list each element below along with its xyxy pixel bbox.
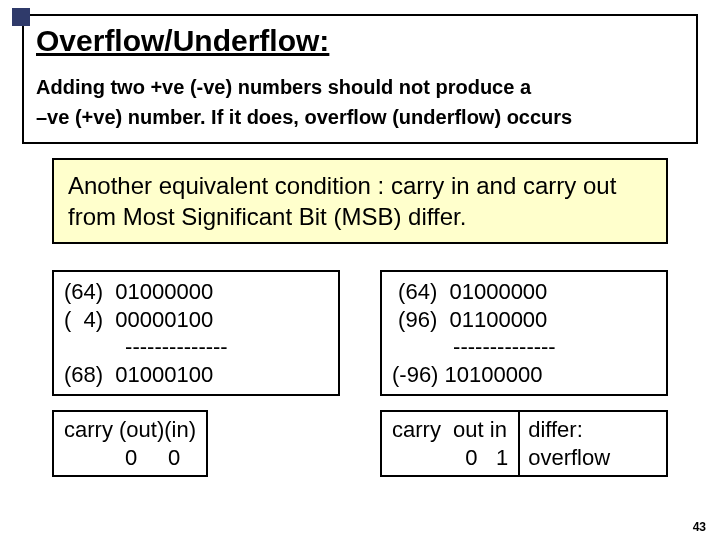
calc-box-left: (64) 01000000 ( 4) 00000100 ------------… (52, 270, 340, 396)
subtitle-line-2: –ve (+ve) number. If it does, overflow (… (36, 102, 684, 132)
examples-row: (64) 01000000 ( 4) 00000100 ------------… (22, 270, 698, 477)
header-box: Overflow/Underflow: Adding two +ve (-ve)… (22, 14, 698, 144)
carry-box-left: carry (out)(in) 0 0 (52, 410, 208, 477)
example-left: (64) 01000000 ( 4) 00000100 ------------… (52, 270, 340, 477)
page-number: 43 (693, 520, 706, 534)
condition-box: Another equivalent condition : carry in … (52, 158, 668, 244)
carry-box-right: carry out in 0 1 (380, 410, 520, 477)
example-right: (64) 01000000 (96) 01100000 ------------… (380, 270, 668, 477)
differ-box: differ: overflow (520, 410, 668, 477)
slide-title: Overflow/Underflow: (36, 24, 684, 58)
calc-box-right: (64) 01000000 (96) 01100000 ------------… (380, 270, 668, 396)
corner-decoration (12, 8, 30, 26)
subtitle-line-1: Adding two +ve (-ve) numbers should not … (36, 72, 684, 102)
